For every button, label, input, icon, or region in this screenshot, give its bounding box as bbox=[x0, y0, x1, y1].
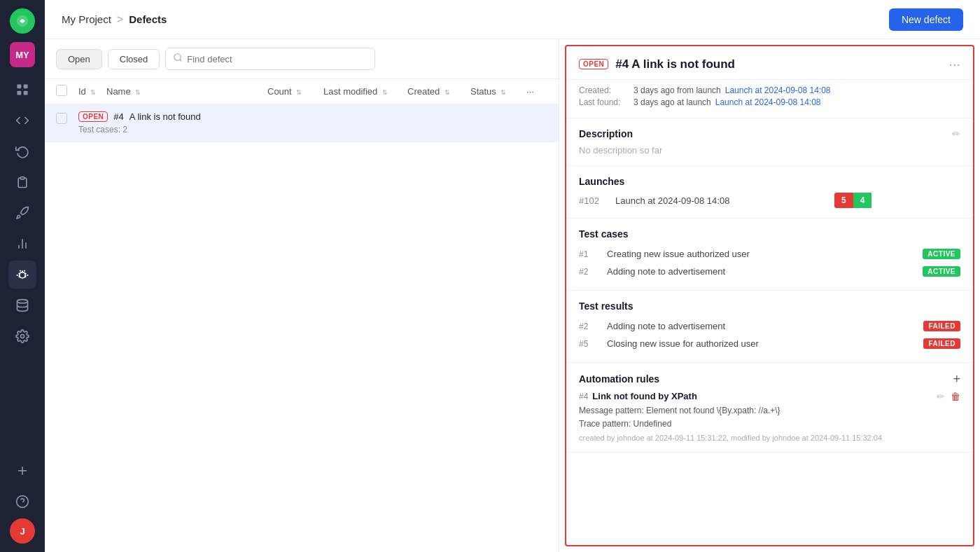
closed-tab[interactable]: Closed bbox=[108, 49, 160, 69]
created-link[interactable]: Launch at 2024-09-08 14:08 bbox=[725, 85, 831, 95]
code-icon[interactable] bbox=[8, 106, 36, 134]
rule-name: Link not found by XPath bbox=[592, 391, 697, 401]
row-subtitle: Test cases: 2 bbox=[78, 125, 547, 134]
detail-more-button[interactable]: ··· bbox=[948, 56, 960, 72]
new-defect-button[interactable]: New defect bbox=[889, 8, 963, 31]
count-column-header[interactable]: Count ⇅ bbox=[267, 86, 323, 97]
description-title-row: Description ✏ bbox=[579, 128, 960, 139]
svg-rect-2 bbox=[24, 85, 28, 89]
detail-header: OPEN #4 A link is not found ··· bbox=[566, 46, 973, 80]
open-badge: OPEN bbox=[78, 111, 108, 122]
created-sort-icon[interactable]: ⇅ bbox=[444, 90, 450, 96]
user-avatar[interactable]: J bbox=[10, 518, 35, 544]
table-header: Id ⇅ Name ⇅ Count ⇅ Last modified ⇅ Crea… bbox=[45, 79, 559, 104]
defects-list-panel: Open Closed Id ⇅ Nam bbox=[45, 39, 559, 552]
last-found-link[interactable]: Launch at 2024-09-08 14:08 bbox=[715, 97, 821, 107]
help-icon[interactable] bbox=[8, 488, 36, 516]
dashboard-icon[interactable] bbox=[8, 76, 36, 104]
more-column[interactable]: ··· bbox=[526, 86, 547, 97]
rule-edit-icon[interactable]: ✏ bbox=[937, 391, 945, 402]
refresh-icon[interactable] bbox=[8, 137, 36, 165]
svg-rect-3 bbox=[18, 91, 22, 95]
search-input[interactable] bbox=[187, 54, 368, 64]
rule-message-pattern: Message pattern: Element not found \{By.… bbox=[579, 404, 882, 418]
test-case-row-2[interactable]: #2 Adding note to advertisement ACTIVE bbox=[579, 263, 960, 280]
test-cases-title: Test cases bbox=[579, 228, 629, 240]
automation-rules-title-row: Automation rules + bbox=[579, 373, 960, 385]
svg-rect-1 bbox=[18, 85, 22, 89]
launch-bar: 5 4 bbox=[834, 193, 960, 208]
test-result-status-2: FAILED bbox=[923, 338, 960, 349]
created-column-header[interactable]: Created ⇅ bbox=[407, 86, 470, 97]
rule-delete-icon[interactable]: 🗑 bbox=[951, 391, 960, 402]
search-box[interactable] bbox=[165, 48, 375, 70]
breadcrumb-current: Defects bbox=[129, 13, 167, 25]
svg-rect-4 bbox=[24, 91, 28, 95]
test-case-name-1: Creating new issue authorized user bbox=[607, 249, 916, 259]
breadcrumb-separator: > bbox=[117, 13, 123, 26]
test-cases-title-row: Test cases bbox=[579, 228, 960, 240]
svg-line-17 bbox=[180, 60, 182, 62]
last-found-meta-row: Last found: 3 days ago at launch Launch … bbox=[579, 97, 960, 107]
created-meta-row: Created: 3 days ago from launch Launch a… bbox=[579, 85, 960, 95]
svg-point-11 bbox=[21, 335, 24, 338]
test-case-row-1[interactable]: #1 Creating new issue authorized user AC… bbox=[579, 245, 960, 263]
modified-sort-icon[interactable]: ⇅ bbox=[382, 90, 388, 96]
settings-icon[interactable] bbox=[8, 322, 36, 350]
automation-rule-add-icon[interactable]: + bbox=[953, 373, 960, 385]
rule-body: Message pattern: Element not found \{By.… bbox=[579, 404, 882, 431]
bug-icon[interactable] bbox=[8, 261, 36, 289]
row-checkbox[interactable] bbox=[56, 111, 78, 127]
select-all-checkbox[interactable] bbox=[56, 85, 67, 96]
test-case-id-2: #2 bbox=[579, 267, 600, 277]
chart-icon[interactable] bbox=[8, 230, 36, 258]
search-icon bbox=[173, 53, 183, 65]
project-avatar[interactable]: MY bbox=[10, 42, 35, 67]
select-all-column bbox=[56, 85, 78, 98]
last-found-value: 3 days ago at launch bbox=[634, 97, 711, 107]
name-sort-icon[interactable]: ⇅ bbox=[135, 90, 141, 96]
rule-title: #4 Link not found by XPath bbox=[579, 391, 882, 401]
test-result-row-2[interactable]: #5 Closing new issue for authorized user… bbox=[579, 335, 960, 352]
open-tab[interactable]: Open bbox=[56, 49, 102, 69]
test-result-row-1[interactable]: #2 Adding note to advertisement FAILED bbox=[579, 317, 960, 335]
detail-title-text: #4 A link is not found bbox=[615, 57, 735, 71]
rocket-icon[interactable] bbox=[8, 199, 36, 227]
created-label: Created: bbox=[579, 85, 629, 95]
plus-icon[interactable] bbox=[8, 457, 36, 485]
id-column-header[interactable]: Id ⇅ bbox=[78, 86, 106, 97]
header: My Project > Defects New defect bbox=[45, 0, 980, 39]
last-modified-column-header[interactable]: Last modified ⇅ bbox=[323, 86, 407, 97]
storage-icon[interactable] bbox=[8, 291, 36, 319]
test-results-section: Test results #2 Adding note to advertise… bbox=[566, 291, 973, 363]
test-result-name-2: Closing new issue for authorized user bbox=[607, 338, 916, 349]
clipboard-icon[interactable] bbox=[8, 168, 36, 196]
description-section: Description ✏ No description so far bbox=[566, 118, 973, 166]
test-results-title: Test results bbox=[579, 301, 634, 312]
breadcrumb-project[interactable]: My Project bbox=[62, 13, 111, 25]
rule-trace-pattern: Trace pattern: Undefined bbox=[579, 418, 882, 431]
test-result-id-1: #2 bbox=[579, 322, 600, 331]
launch-bar-red: 5 bbox=[834, 193, 853, 208]
test-result-name-1: Adding note to advertisement bbox=[607, 321, 916, 331]
last-found-label: Last found: bbox=[579, 97, 629, 107]
status-column-header[interactable]: Status ⇅ bbox=[470, 86, 526, 97]
test-case-status-1: ACTIVE bbox=[923, 249, 960, 259]
breadcrumb: My Project > Defects bbox=[62, 13, 167, 26]
rule-info: #4 Link not found by XPath Message patte… bbox=[579, 391, 882, 442]
count-sort-icon[interactable]: ⇅ bbox=[296, 90, 302, 96]
defect-detail-panel: OPEN #4 A link is not found ··· Created:… bbox=[565, 45, 974, 546]
detail-meta: Created: 3 days ago from launch Launch a… bbox=[566, 80, 973, 118]
test-case-name-2: Adding note to advertisement bbox=[607, 266, 916, 277]
table-row[interactable]: OPEN #4 A link is not found Test cases: … bbox=[45, 104, 559, 142]
id-sort-icon[interactable]: ⇅ bbox=[90, 90, 96, 96]
test-results-title-row: Test results bbox=[579, 301, 960, 312]
status-sort-icon[interactable]: ⇅ bbox=[500, 90, 506, 96]
description-edit-icon[interactable]: ✏ bbox=[952, 128, 960, 139]
content-area: Open Closed Id ⇅ Nam bbox=[45, 39, 980, 552]
name-column-header[interactable]: Name ⇅ bbox=[106, 86, 267, 97]
svg-point-10 bbox=[18, 300, 28, 303]
svg-point-16 bbox=[174, 54, 181, 60]
launch-row[interactable]: #102 Launch at 2024-09-08 14:08 5 4 bbox=[579, 193, 960, 208]
test-result-id-2: #5 bbox=[579, 339, 600, 349]
